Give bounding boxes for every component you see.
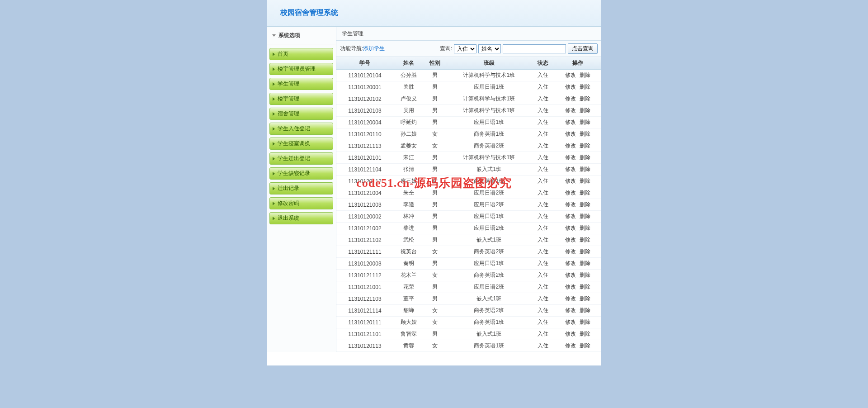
- table-cell: 入住: [532, 128, 554, 140]
- table-cell: 鲁智深: [393, 328, 424, 340]
- delete-link[interactable]: 删除: [580, 248, 590, 255]
- delete-link[interactable]: 删除: [580, 342, 590, 349]
- edit-link[interactable]: 修改: [565, 95, 576, 102]
- table-body: 11310120104公孙胜男计算机科学与技术1班入住修改 删除11310120…: [336, 70, 601, 352]
- table-cell: 貂蝉: [393, 305, 424, 317]
- table-row: 11310121002柴进男应用日语2班入住修改 删除: [336, 223, 601, 234]
- delete-link[interactable]: 删除: [580, 84, 590, 90]
- table-cell: 李逵: [393, 199, 424, 211]
- search-input[interactable]: [503, 44, 566, 53]
- table-cell: 女: [424, 270, 446, 281]
- action-cell: 修改 删除: [554, 234, 601, 246]
- edit-link[interactable]: 修改: [565, 107, 576, 114]
- edit-link[interactable]: 修改: [565, 213, 576, 219]
- edit-link[interactable]: 修改: [565, 248, 576, 255]
- delete-link[interactable]: 删除: [580, 95, 590, 102]
- delete-link[interactable]: 删除: [580, 142, 590, 149]
- add-student-link[interactable]: 添加学生: [363, 45, 385, 52]
- edit-link[interactable]: 修改: [565, 142, 576, 149]
- delete-link[interactable]: 删除: [580, 119, 590, 125]
- delete-link[interactable]: 删除: [580, 295, 590, 302]
- search-button[interactable]: 点击查询: [568, 43, 598, 54]
- edit-link[interactable]: 修改: [565, 284, 576, 290]
- action-cell: 修改 删除: [554, 81, 601, 93]
- sidebar-header[interactable]: 系统选项: [267, 27, 336, 44]
- action-cell: 修改 删除: [554, 305, 601, 317]
- arrow-right-icon: [273, 82, 275, 86]
- arrow-right-icon: [273, 202, 275, 205]
- edit-link[interactable]: 修改: [565, 190, 576, 196]
- table-cell: 入住: [532, 70, 554, 81]
- sidebar-item-1[interactable]: 楼宇管理员管理: [269, 63, 333, 75]
- edit-link[interactable]: 修改: [565, 154, 576, 161]
- edit-link[interactable]: 修改: [565, 319, 576, 325]
- edit-link[interactable]: 修改: [565, 201, 576, 208]
- table-cell: 计算机科学与技术1班: [446, 152, 532, 164]
- action-cell: 修改 删除: [554, 199, 601, 211]
- edit-link[interactable]: 修改: [565, 72, 576, 78]
- edit-link[interactable]: 修改: [565, 307, 576, 313]
- action-cell: 修改 删除: [554, 117, 601, 128]
- sidebar-item-4[interactable]: 宿舍管理: [269, 108, 333, 120]
- delete-link[interactable]: 删除: [580, 154, 590, 161]
- delete-link[interactable]: 删除: [580, 225, 590, 231]
- action-cell: 修改 删除: [554, 270, 601, 281]
- edit-link[interactable]: 修改: [565, 237, 576, 243]
- edit-link[interactable]: 修改: [565, 272, 576, 278]
- table-cell: 入住: [532, 152, 554, 164]
- table-row: 11310121114貂蝉女商务英语2班入住修改 删除: [336, 305, 601, 317]
- delete-link[interactable]: 删除: [580, 72, 590, 78]
- edit-link[interactable]: 修改: [565, 119, 576, 125]
- status-select[interactable]: 入住: [454, 44, 476, 53]
- delete-link[interactable]: 删除: [580, 331, 590, 337]
- sidebar-item-5[interactable]: 学生入住登记: [269, 123, 333, 135]
- delete-link[interactable]: 删除: [580, 237, 590, 243]
- table-cell: 男: [424, 211, 446, 223]
- delete-link[interactable]: 删除: [580, 131, 590, 137]
- action-cell: 修改 删除: [554, 187, 601, 199]
- header: 校园宿舍管理系统: [267, 0, 601, 27]
- arrow-right-icon: [273, 187, 275, 190]
- delete-link[interactable]: 删除: [580, 260, 590, 266]
- delete-link[interactable]: 删除: [580, 307, 590, 313]
- delete-link[interactable]: 删除: [580, 284, 590, 290]
- sidebar-item-11[interactable]: 退出系统: [269, 212, 333, 224]
- table-cell: 武松: [393, 234, 424, 246]
- sidebar-item-0[interactable]: 首页: [269, 48, 333, 60]
- edit-link[interactable]: 修改: [565, 84, 576, 90]
- edit-link[interactable]: 修改: [565, 178, 576, 184]
- table-cell: 呼延灼: [393, 117, 424, 128]
- sidebar-item-2[interactable]: 学生管理: [269, 78, 333, 90]
- edit-link[interactable]: 修改: [565, 131, 576, 137]
- delete-link[interactable]: 删除: [580, 201, 590, 208]
- delete-link[interactable]: 删除: [580, 213, 590, 219]
- edit-link[interactable]: 修改: [565, 166, 576, 172]
- delete-link[interactable]: 删除: [580, 190, 590, 196]
- delete-link[interactable]: 删除: [580, 107, 590, 114]
- edit-link[interactable]: 修改: [565, 342, 576, 349]
- edit-link[interactable]: 修改: [565, 225, 576, 231]
- table-row: 11310120004呼延灼男应用日语1班入住修改 删除: [336, 117, 601, 128]
- sidebar-item-6[interactable]: 学生寝室调换: [269, 138, 333, 150]
- sidebar-item-label: 学生缺寝记录: [278, 170, 310, 177]
- table-cell: 入住: [532, 340, 554, 352]
- sidebar-item-3[interactable]: 楼宇管理: [269, 93, 333, 105]
- delete-link[interactable]: 删除: [580, 178, 590, 184]
- delete-link[interactable]: 删除: [580, 272, 590, 278]
- table-wrap: 学号姓名性别班级状态操作 11310120104公孙胜男计算机科学与技术1班入住…: [336, 57, 601, 352]
- delete-link[interactable]: 删除: [580, 319, 590, 325]
- table-cell: 女: [424, 246, 446, 258]
- table-cell: 11310121114: [336, 305, 393, 317]
- table-row: 11310120001关胜男应用日语1班入住修改 删除: [336, 81, 601, 93]
- table-cell: 入住: [532, 93, 554, 105]
- sidebar-item-7[interactable]: 学生迁出登记: [269, 152, 333, 165]
- sidebar-item-10[interactable]: 修改密码: [269, 197, 333, 209]
- edit-link[interactable]: 修改: [565, 331, 576, 337]
- edit-link[interactable]: 修改: [565, 260, 576, 266]
- field-select[interactable]: 姓名: [478, 44, 501, 53]
- delete-link[interactable]: 删除: [580, 166, 590, 172]
- sidebar-item-9[interactable]: 迁出记录: [269, 182, 333, 195]
- sidebar-item-8[interactable]: 学生缺寝记录: [269, 167, 333, 180]
- table-cell: 11310120003: [336, 258, 393, 270]
- edit-link[interactable]: 修改: [565, 295, 576, 302]
